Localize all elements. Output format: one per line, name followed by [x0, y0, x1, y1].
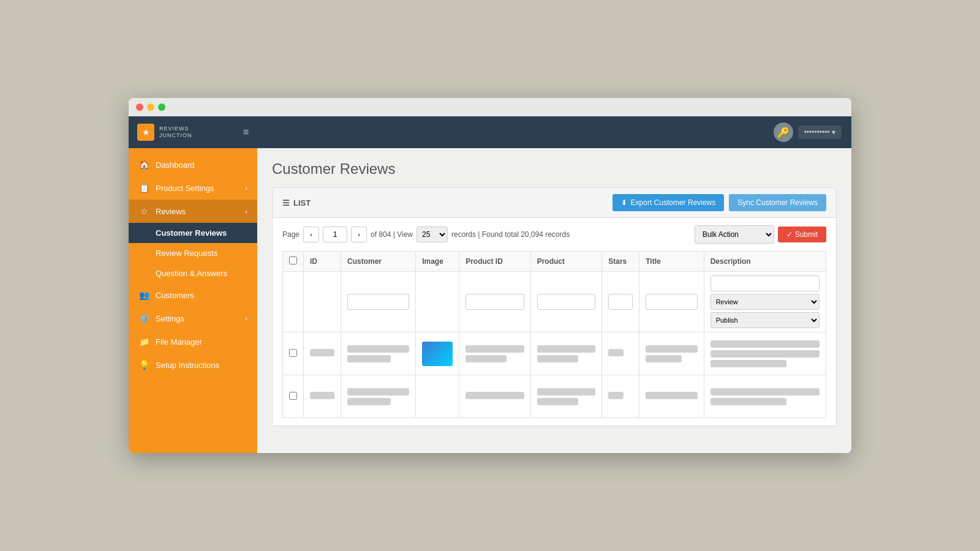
- settings-icon: ⚙️: [138, 313, 149, 323]
- reviews-icon: ☆: [138, 206, 149, 216]
- panel-body: Page ‹ › of 804 | View 25 50 100: [273, 218, 836, 425]
- submit-button[interactable]: ✓ Submit: [778, 227, 826, 242]
- pagination-right: Bulk Action ✓ Submit: [695, 225, 826, 244]
- chevron-right-icon: ›: [245, 184, 247, 192]
- sidebar-item-settings[interactable]: ⚙️ Settings ›: [129, 307, 257, 330]
- status-select[interactable]: Publish Pending Spam: [710, 312, 820, 328]
- topbar-right: 🔑 •••••••••• ▾: [774, 122, 842, 142]
- main-content: 🔑 •••••••••• ▾ Customer Reviews ☰ LIST: [257, 116, 851, 453]
- review-type-select[interactable]: Review Question: [710, 294, 820, 310]
- minimize-button[interactable]: [147, 103, 154, 111]
- hamburger-button[interactable]: ≡: [243, 127, 249, 138]
- titlebar: [129, 98, 851, 116]
- sidebar-item-customer-reviews[interactable]: Customer Reviews: [129, 223, 257, 243]
- sidebar-item-question-answers[interactable]: Question & Answers: [129, 263, 257, 283]
- product-filter-input[interactable]: [537, 294, 596, 310]
- panel-title: ☰ LIST: [282, 198, 311, 208]
- page-input[interactable]: [323, 227, 347, 242]
- sync-button[interactable]: Sync Customer Reviews: [729, 194, 826, 211]
- export-button[interactable]: ⬇ Export Customer Reviews: [612, 194, 725, 211]
- col-customer: Customer: [341, 252, 416, 272]
- list-icon: ☰: [282, 198, 290, 208]
- col-description: Description: [704, 252, 826, 272]
- chevron-down-icon: ‹: [245, 208, 247, 215]
- close-button[interactable]: [136, 103, 143, 111]
- col-id: ID: [304, 252, 341, 272]
- content-area: Customer Reviews ☰ LIST ⬇ Export Custome…: [257, 148, 851, 453]
- page-info: of 804 | View: [371, 230, 413, 239]
- prev-page-button[interactable]: ‹: [303, 227, 319, 242]
- logo-text: Reviews junction: [159, 126, 192, 139]
- topbar: 🔑 •••••••••• ▾: [257, 116, 851, 148]
- row-checkbox[interactable]: [289, 349, 297, 357]
- review-image: [422, 342, 453, 366]
- check-icon: ✓: [786, 230, 793, 239]
- table-row: [283, 332, 826, 375]
- dashboard-icon: 🏠: [138, 160, 149, 170]
- bulk-action-select[interactable]: Bulk Action: [695, 225, 774, 244]
- sidebar-item-dashboard[interactable]: 🏠 Dashboard: [129, 153, 257, 176]
- product-id-filter-input[interactable]: [466, 294, 524, 310]
- panel-actions: ⬇ Export Customer Reviews Sync Customer …: [612, 194, 826, 211]
- setup-icon: 💡: [138, 360, 149, 370]
- table-row: [283, 375, 826, 418]
- sidebar-header: ★ Reviews junction ≡: [129, 116, 257, 148]
- customers-icon: 👥: [138, 290, 149, 300]
- sidebar: ★ Reviews junction ≡ 🏠 Dashboard 📋 Produ…: [129, 116, 257, 453]
- maximize-button[interactable]: [158, 103, 165, 111]
- col-stars: Stars: [602, 252, 639, 272]
- panel-header: ☰ LIST ⬇ Export Customer Reviews Sync Cu…: [273, 188, 836, 218]
- avatar: 🔑: [774, 122, 793, 142]
- file-manager-icon: 📁: [138, 337, 149, 347]
- view-select[interactable]: 25 50 100: [417, 227, 448, 242]
- col-checkbox: [283, 252, 304, 272]
- download-icon: ⬇: [621, 198, 627, 207]
- col-product-id: Product ID: [459, 252, 531, 272]
- sidebar-item-setup-instructions[interactable]: 💡 Setup Instructions: [129, 353, 257, 377]
- sidebar-item-file-manager[interactable]: 📁 File Manager: [129, 330, 257, 353]
- next-page-button[interactable]: ›: [351, 227, 367, 242]
- user-name: •••••••••• ▾: [798, 126, 842, 139]
- pagination-bar: Page ‹ › of 804 | View 25 50 100: [282, 225, 826, 244]
- settings-chevron-icon: ›: [245, 315, 247, 322]
- product-settings-icon: 📋: [138, 183, 149, 193]
- sidebar-item-reviews[interactable]: ☆ Reviews ‹: [129, 200, 257, 223]
- stars-filter-input[interactable]: [608, 294, 633, 310]
- table-header-row: ID Customer Image Product ID Product Sta…: [283, 252, 826, 272]
- app-layout: ★ Reviews junction ≡ 🏠 Dashboard 📋 Produ…: [129, 116, 851, 453]
- col-title: Title: [639, 252, 704, 272]
- row-checkbox[interactable]: [289, 392, 297, 400]
- sidebar-item-product-settings[interactable]: 📋 Product Settings ›: [129, 176, 257, 200]
- app-window: ★ Reviews junction ≡ 🏠 Dashboard 📋 Produ…: [129, 98, 851, 453]
- title-filter-input[interactable]: [646, 294, 697, 310]
- filter-row: Review Question Publish Pending Spam: [283, 272, 826, 332]
- col-product: Product: [530, 252, 602, 272]
- col-image: Image: [416, 252, 459, 272]
- sidebar-item-review-requests[interactable]: Review Requests: [129, 243, 257, 263]
- page-title: Customer Reviews: [272, 160, 837, 178]
- window-controls: [136, 103, 165, 111]
- sidebar-item-customers[interactable]: 👥 Customers: [129, 283, 257, 307]
- reviews-table: ID Customer Image Product ID Product Sta…: [282, 251, 826, 418]
- description-filter-input[interactable]: [710, 276, 820, 291]
- sidebar-nav: 🏠 Dashboard 📋 Product Settings › ☆ Revie…: [129, 148, 257, 381]
- pagination-left: Page ‹ › of 804 | View 25 50 100: [282, 227, 570, 242]
- logo-icon: ★: [137, 124, 154, 141]
- customer-filter-input[interactable]: [347, 294, 409, 310]
- select-all-checkbox[interactable]: [289, 257, 297, 264]
- reviews-panel: ☰ LIST ⬇ Export Customer Reviews Sync Cu…: [272, 187, 837, 426]
